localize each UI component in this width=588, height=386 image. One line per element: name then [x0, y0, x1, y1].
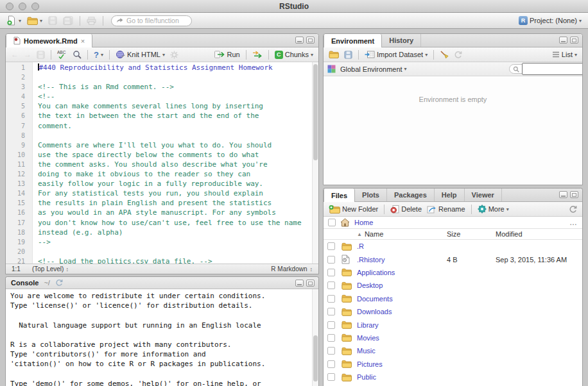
- zoom-window-button[interactable]: [31, 3, 39, 10]
- minimize-pane-icon[interactable]: [559, 37, 567, 44]
- editor-line[interactable]: 14For any statistical tests you run, you…: [6, 189, 318, 198]
- breadcrumb-home-link[interactable]: Home: [354, 219, 373, 226]
- file-name-link[interactable]: .Rhistory: [357, 256, 447, 264]
- column-header-modified[interactable]: Modified: [496, 230, 582, 238]
- file-checkbox[interactable]: [327, 256, 335, 264]
- editor-line[interactable]: 3<!-- This is an Rmd comment. -->: [6, 82, 318, 92]
- file-name-link[interactable]: Desktop: [357, 281, 447, 289]
- rerun-button[interactable]: [251, 48, 264, 61]
- save-workspace-button[interactable]: [343, 48, 354, 61]
- editor-scrollbar[interactable]: [312, 62, 318, 264]
- import-dataset-button[interactable]: Import Dataset ▾: [363, 48, 429, 61]
- tab-help[interactable]: Help: [435, 189, 465, 201]
- code-editor[interactable]: 1#440 Reproducibility and Statistics Ass…: [6, 62, 318, 264]
- document-type-selector[interactable]: R Markdown ↕: [271, 265, 313, 273]
- goto-file-search[interactable]: [111, 15, 192, 26]
- clear-workspace-button[interactable]: [438, 48, 450, 61]
- file-checkbox[interactable]: [327, 334, 335, 342]
- editor-line[interactable]: 21<!-- Load the politics.csv data file. …: [6, 256, 318, 264]
- file-checkbox[interactable]: [327, 242, 335, 250]
- editor-line[interactable]: 6the text in between the the start and t…: [6, 111, 318, 121]
- refresh-files-button[interactable]: [567, 203, 578, 215]
- editor-line[interactable]: 7comment.: [6, 121, 318, 131]
- save-document-button[interactable]: [35, 48, 46, 61]
- forward-button[interactable]: →: [22, 48, 33, 61]
- save-button[interactable]: [47, 14, 58, 27]
- editor-line[interactable]: 10use the space directly below the comme…: [6, 150, 318, 160]
- editor-line[interactable]: 11the comment asks. You should also desc…: [6, 160, 318, 169]
- session-restart-icon[interactable]: [55, 279, 63, 287]
- file-name-link[interactable]: Music: [357, 347, 447, 355]
- tab-files[interactable]: Files: [324, 189, 355, 202]
- close-window-button[interactable]: [6, 3, 13, 10]
- save-all-button[interactable]: [62, 14, 74, 27]
- editor-line[interactable]: 15the results in plain English and prese…: [6, 198, 318, 208]
- column-header-name[interactable]: ▲ Name: [357, 230, 447, 238]
- file-row[interactable]: Music: [324, 344, 582, 357]
- file-name-link[interactable]: Library: [357, 321, 447, 329]
- new-file-button[interactable]: ▾: [5, 14, 22, 27]
- scrollbar-thumb[interactable]: [313, 64, 318, 160]
- list-view-button[interactable]: List ▾: [551, 48, 578, 61]
- file-row[interactable]: Pictures: [324, 358, 582, 371]
- tab-viewer[interactable]: Viewer: [465, 189, 502, 201]
- environment-search[interactable]: [509, 64, 578, 74]
- select-all-checkbox[interactable]: [328, 219, 336, 226]
- file-checkbox[interactable]: [327, 373, 335, 381]
- file-row[interactable]: Documents: [324, 292, 582, 305]
- load-workspace-button[interactable]: [327, 48, 340, 61]
- help-menu-button[interactable]: ? ▾: [92, 48, 105, 61]
- file-row[interactable]: Downloads: [324, 305, 582, 318]
- more-menu-button[interactable]: More ▾: [476, 203, 510, 215]
- file-checkbox[interactable]: [327, 269, 335, 276]
- rename-button[interactable]: Rename: [426, 203, 467, 215]
- editor-line[interactable]: 20: [6, 247, 318, 256]
- back-button[interactable]: ←: [10, 48, 20, 61]
- maximize-pane-icon[interactable]: [570, 37, 578, 44]
- console-output[interactable]: You are welcome to redistribute it under…: [6, 289, 318, 386]
- file-row[interactable]: .R: [324, 240, 582, 253]
- editor-line[interactable]: 19-->: [6, 237, 318, 247]
- file-checkbox[interactable]: [327, 321, 335, 329]
- file-name-link[interactable]: Movies: [357, 334, 447, 342]
- maximize-pane-icon[interactable]: [570, 191, 578, 198]
- file-name-link[interactable]: .R: [357, 242, 447, 250]
- tab-plots[interactable]: Plots: [355, 189, 387, 201]
- file-row[interactable]: Movies: [324, 331, 582, 344]
- knit-html-button[interactable]: Knit HTML ▾: [114, 48, 166, 61]
- maximize-pane-icon[interactable]: [306, 280, 315, 287]
- file-checkbox[interactable]: [327, 360, 335, 368]
- file-row[interactable]: .Rhistory4 BSep 3, 2015, 11:36 AM: [324, 253, 582, 265]
- file-checkbox[interactable]: [327, 308, 335, 315]
- file-name-link[interactable]: Downloads: [357, 308, 447, 315]
- editor-line[interactable]: 18instead (e.g. alpha): [6, 228, 318, 237]
- editor-line[interactable]: 17you don't know how to use/can't use, f…: [6, 218, 318, 228]
- editor-line[interactable]: 13easily follow your logic in a fully re…: [6, 179, 318, 189]
- editor-line[interactable]: 12doing to make it obvious to the reader…: [6, 169, 318, 179]
- console-scrollbar[interactable]: [312, 289, 318, 386]
- refresh-environment-button[interactable]: [453, 48, 463, 61]
- environment-scope-selector[interactable]: Global Environment ▾: [339, 63, 408, 76]
- editor-line[interactable]: 9Comments are where I'll tell you what t…: [6, 140, 318, 150]
- find-replace-button[interactable]: [71, 48, 83, 61]
- scope-selector[interactable]: (Top Level) ↕: [31, 265, 70, 274]
- editor-line[interactable]: 8: [6, 131, 318, 140]
- file-row[interactable]: Library: [324, 318, 582, 331]
- file-name-link[interactable]: Applications: [357, 269, 447, 276]
- editor-line[interactable]: 1#440 Reproducibility and Statistics Ass…: [6, 63, 318, 72]
- scrollbar-thumb[interactable]: [313, 335, 318, 382]
- new-folder-button[interactable]: New Folder: [327, 203, 379, 215]
- spellcheck-button[interactable]: ABC: [56, 48, 69, 61]
- open-file-button[interactable]: ▾: [26, 14, 44, 27]
- editor-tab-homework-rmd[interactable]: Homework.Rmd ×: [6, 34, 92, 47]
- minimize-pane-icon[interactable]: [295, 280, 304, 287]
- run-button[interactable]: Run: [213, 48, 241, 61]
- file-checkbox[interactable]: [327, 281, 335, 289]
- tab-environment[interactable]: Environment: [324, 34, 382, 47]
- goto-file-input[interactable]: [126, 17, 187, 24]
- minimize-window-button[interactable]: [19, 3, 26, 10]
- print-button[interactable]: [85, 14, 98, 27]
- editor-line[interactable]: 5You can make comments several lines lon…: [6, 101, 318, 111]
- tab-history[interactable]: History: [382, 34, 421, 47]
- maximize-pane-icon[interactable]: [306, 37, 315, 44]
